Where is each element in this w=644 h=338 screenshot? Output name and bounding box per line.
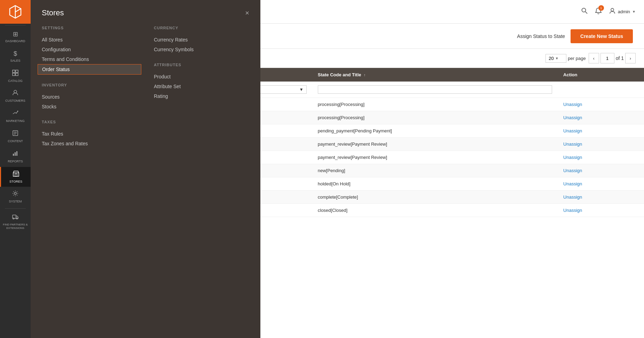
per-page-label: per page xyxy=(568,56,586,61)
sidebar-item-label: REPORTS xyxy=(8,160,23,163)
cell-state-code: processing[Processing] xyxy=(312,98,558,111)
taxes-items: Tax RulesTax Zones and Rates xyxy=(42,129,137,148)
sales-icon: $ xyxy=(14,50,17,57)
svg-rect-14 xyxy=(16,151,17,156)
sidebar-logo[interactable] xyxy=(0,0,31,24)
cell-action: Unassign xyxy=(558,151,644,164)
sidebar-item-marketing[interactable]: MARKETING xyxy=(0,106,31,126)
sidebar: ⊞ DASHBOARD $ SALES CATALOG CUSTOMERS xyxy=(0,0,31,338)
cell-state-code: new[Pending] xyxy=(312,164,558,177)
col-state-code[interactable]: State Code and Title ↑ xyxy=(312,68,558,82)
sidebar-item-dashboard[interactable]: ⊞ DASHBOARD xyxy=(0,27,31,47)
stores-panel-close-button[interactable]: × xyxy=(245,9,249,17)
avatar-icon xyxy=(609,7,616,16)
inventory-section-title: Inventory xyxy=(42,83,137,87)
svg-line-22 xyxy=(585,12,587,14)
sort-icon: ↑ xyxy=(364,73,366,77)
panel-item[interactable]: Currency Rates xyxy=(154,35,249,45)
notifications-icon[interactable]: 1 xyxy=(595,7,602,16)
prev-page-button[interactable]: ‹ xyxy=(589,53,599,63)
sidebar-item-label: STORES xyxy=(9,180,22,184)
svg-rect-13 xyxy=(15,152,16,156)
panel-item[interactable]: Product xyxy=(154,72,249,82)
dropdown-arrow-icon: ▼ xyxy=(555,56,559,60)
admin-dropdown-icon: ▼ xyxy=(632,10,636,14)
settings-items: All StoresConfigurationTerms and Conditi… xyxy=(42,35,137,75)
cell-state-code: pending_payment[Pending Payment] xyxy=(312,124,558,138)
unassign-link[interactable]: Unassign xyxy=(563,128,582,133)
sidebar-item-label: SYSTEM xyxy=(9,200,22,203)
sidebar-item-content[interactable]: CONTENT xyxy=(0,126,31,147)
sidebar-item-label: FIND PARTNERS & EXTENSIONS xyxy=(1,223,29,230)
unassign-link[interactable]: Unassign xyxy=(563,115,582,120)
panel-item[interactable]: Configuration xyxy=(42,45,137,54)
pagination-nav: ‹ of 1 › xyxy=(589,53,636,63)
create-new-status-button[interactable]: Create New Status xyxy=(571,29,633,43)
svg-point-17 xyxy=(14,192,16,194)
panel-item[interactable]: Terms and Conditions xyxy=(42,54,137,64)
sidebar-divider-top xyxy=(5,25,26,25)
sidebar-item-customers[interactable]: CUSTOMERS xyxy=(0,86,31,106)
panel-item[interactable]: Rating xyxy=(154,91,249,101)
inventory-items: SourcesStocks xyxy=(42,92,137,112)
page-of-label: of 1 xyxy=(616,55,624,61)
admin-user-menu[interactable]: admin ▼ xyxy=(609,7,636,16)
cell-action: Unassign xyxy=(558,98,644,111)
svg-rect-2 xyxy=(13,70,15,72)
panel-item[interactable]: All Stores xyxy=(42,35,137,45)
svg-rect-12 xyxy=(13,154,14,156)
sidebar-item-label: SALES xyxy=(10,59,20,63)
sidebar-item-reports[interactable]: REPORTS xyxy=(0,147,31,167)
stores-panel-header: Stores × xyxy=(42,8,249,17)
unassign-link[interactable]: Unassign xyxy=(563,181,582,186)
sidebar-item-catalog[interactable]: CATALOG xyxy=(0,66,31,86)
stores-icon xyxy=(13,170,19,178)
svg-rect-3 xyxy=(16,70,18,72)
svg-rect-16 xyxy=(15,174,17,176)
panel-item[interactable]: Order Status xyxy=(38,64,141,75)
sidebar-item-sales[interactable]: $ SALES xyxy=(0,47,31,66)
unassign-link[interactable]: Unassign xyxy=(563,168,582,173)
cell-state-code: closed[Closed] xyxy=(312,204,558,217)
sidebar-divider-bottom xyxy=(5,208,26,209)
per-page-select: 20 ▼ per page xyxy=(545,54,586,63)
panel-item[interactable]: Currency Symbols xyxy=(154,45,249,54)
stores-panel-title: Stores xyxy=(42,8,64,17)
dashboard-icon: ⊞ xyxy=(13,30,18,38)
panel-item[interactable]: Attribute Set xyxy=(154,82,249,91)
unassign-link[interactable]: Unassign xyxy=(563,155,582,160)
cell-state-code: holded[On Hold] xyxy=(312,177,558,191)
svg-rect-5 xyxy=(16,73,18,76)
reports-icon xyxy=(12,150,18,158)
svg-point-6 xyxy=(14,90,17,93)
panel-columns: Settings All StoresConfigurationTerms an… xyxy=(42,26,249,148)
svg-point-7 xyxy=(17,111,18,112)
page-number-input[interactable] xyxy=(600,53,614,63)
cell-action: Unassign xyxy=(558,164,644,177)
cell-action: Unassign xyxy=(558,191,644,204)
sidebar-item-stores[interactable]: STORES xyxy=(0,167,31,187)
panel-item[interactable]: Tax Rules xyxy=(42,129,137,139)
attributes-section-title: Attributes xyxy=(154,63,249,67)
unassign-link[interactable]: Unassign xyxy=(563,141,582,147)
filter-state-code-input[interactable] xyxy=(318,85,552,94)
attributes-items: ProductAttribute SetRating xyxy=(154,72,249,101)
svg-point-23 xyxy=(611,8,614,11)
unassign-link[interactable]: Unassign xyxy=(563,208,582,213)
unassign-link[interactable]: Unassign xyxy=(563,102,582,107)
panel-item[interactable]: Sources xyxy=(42,92,137,102)
catalog-icon xyxy=(12,70,18,78)
cell-action: Unassign xyxy=(558,124,644,138)
panel-left-column: Settings All StoresConfigurationTerms an… xyxy=(42,26,137,148)
search-icon[interactable] xyxy=(581,7,588,16)
next-page-button[interactable]: › xyxy=(625,53,636,63)
panel-item[interactable]: Stocks xyxy=(42,102,137,112)
assign-status-link[interactable]: Assign Status to State xyxy=(517,33,565,39)
cell-action: Unassign xyxy=(558,177,644,191)
panel-item[interactable]: Tax Zones and Rates xyxy=(42,139,137,148)
sidebar-item-label: CONTENT xyxy=(8,139,23,143)
sidebar-item-find-partners[interactable]: FIND PARTNERS & EXTENSIONS xyxy=(0,210,31,233)
sidebar-item-system[interactable]: SYSTEM xyxy=(0,187,31,207)
per-page-dropdown[interactable]: 20 ▼ xyxy=(545,54,566,63)
unassign-link[interactable]: Unassign xyxy=(563,194,582,200)
